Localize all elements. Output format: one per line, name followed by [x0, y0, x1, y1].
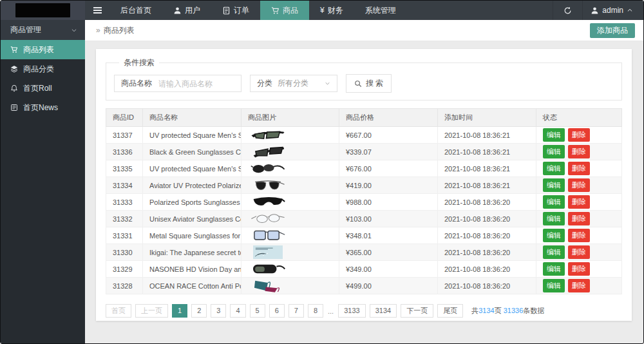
sidebar: 商品管理 商品列表商品分类首页Roll首页News — [1, 20, 85, 343]
nav-item-label: 后台首页 — [120, 5, 151, 16]
pagination-page-3133[interactable]: 3133 — [338, 304, 365, 318]
product-actions: 编辑删除 — [536, 194, 622, 211]
delete-button[interactable]: 删除 — [568, 145, 590, 158]
product-actions: 编辑删除 — [536, 261, 622, 278]
chevron-down-icon — [71, 27, 77, 33]
edit-button[interactable]: 编辑 — [543, 262, 565, 276]
nav-item-label: 系统管理 — [365, 5, 396, 16]
pagination-page-8[interactable]: 8 — [308, 304, 323, 318]
logo — [15, 3, 70, 17]
nav-item-orders[interactable]: 订单 — [211, 1, 260, 20]
pagination-page-7[interactable]: 7 — [289, 304, 304, 318]
nav-item-goods[interactable]: 商品 — [260, 1, 309, 20]
product-added-time: 2021-10-08 18:36:21 — [438, 144, 536, 160]
refresh-button[interactable] — [553, 1, 583, 20]
edit-button[interactable]: 编辑 — [543, 279, 565, 292]
sidebar-item-goods-list[interactable]: 商品列表 — [1, 40, 85, 59]
summary-total-pages[interactable]: 3134 — [478, 307, 494, 314]
nav-item-system[interactable]: 系统管理 — [354, 1, 407, 20]
delete-button[interactable]: 删除 — [568, 245, 590, 259]
category-label: 分类 — [257, 78, 272, 89]
sidebar-item-goods-category[interactable]: 商品分类 — [1, 59, 85, 79]
product-name: UV protected Square Men's Sungla... — [143, 160, 242, 177]
summary-count-suffix: 条数据 — [523, 307, 544, 314]
add-product-button[interactable]: 添加商品 — [590, 23, 635, 38]
product-price: ¥667.00 — [339, 127, 438, 144]
delete-button[interactable]: 删除 — [568, 262, 590, 276]
pagination-first[interactable]: 首页 — [106, 304, 131, 318]
table-row: 31328OCEAN RACE Cotton Anti Pollution...… — [106, 278, 622, 294]
delete-button[interactable]: 删除 — [568, 128, 590, 142]
pagination-prev[interactable]: 上一页 — [135, 304, 168, 318]
pagination-page-3134[interactable]: 3134 — [370, 304, 397, 318]
product-image-cell — [242, 144, 339, 160]
product-name: Ikigai: The Japanese secret to a lon... — [143, 244, 242, 261]
table-row: 31336Black & Green Sunglasses Combo ...¥… — [106, 144, 622, 160]
edit-button[interactable]: 编辑 — [543, 229, 565, 242]
nav-item-users[interactable]: 用户 — [162, 1, 211, 20]
search-row: 商品名称 分类 所有分类 搜 索 — [114, 74, 614, 93]
product-image-cell — [242, 227, 339, 244]
summary-total-count[interactable]: 31336 — [504, 307, 524, 314]
table-header-row: 商品ID商品名称商品图片商品价格添加时间状态 — [106, 109, 622, 127]
search-button[interactable]: 搜 索 — [346, 74, 392, 93]
sidebar-item-label: 商品分类 — [23, 64, 54, 75]
product-table-body: 31337UV protected Square Men's Sungla...… — [106, 127, 622, 294]
edit-button[interactable]: 编辑 — [543, 145, 565, 158]
product-added-time: 2021-10-08 18:36:20 — [438, 278, 536, 294]
product-id: 31335 — [106, 160, 143, 177]
sidebar-item-home-news[interactable]: 首页News — [1, 98, 85, 117]
product-added-time: 2021-10-08 18:36:20 — [438, 261, 536, 278]
pagination-page-5[interactable]: 5 — [250, 304, 265, 318]
sunglasses-folded-icon — [248, 144, 288, 159]
edit-button[interactable]: 编辑 — [543, 245, 565, 259]
product-id: 31328 — [106, 278, 143, 294]
product-actions: 编辑删除 — [536, 278, 622, 294]
edit-button[interactable]: 编辑 — [543, 128, 565, 142]
pagination: 首页上一页12345678...31333134下一页尾页 共3134页 313… — [106, 304, 622, 318]
pagination-next[interactable]: 下一页 — [401, 304, 433, 318]
sidebar-item-label: 首页News — [23, 102, 58, 113]
nav-item-home[interactable]: 后台首页 — [109, 1, 162, 20]
menu-toggle-icon[interactable] — [85, 1, 109, 20]
pagination-page-2[interactable]: 2 — [191, 304, 207, 318]
pagination-page-3[interactable]: 3 — [211, 304, 226, 318]
delete-button[interactable]: 删除 — [568, 178, 590, 192]
product-image-cell — [242, 160, 339, 177]
nav-item-label: 用户 — [185, 5, 200, 16]
delete-button[interactable]: 删除 — [568, 279, 590, 292]
top-navbar: 后台首页用户订单商品¥财务系统管理 admin — [1, 1, 643, 20]
edit-button[interactable]: 编辑 — [543, 212, 565, 225]
product-id: 31337 — [106, 127, 143, 144]
product-id: 31334 — [106, 177, 143, 194]
sidebar-menu: 商品列表商品分类首页Roll首页News — [1, 40, 85, 117]
sidebar-group-goods[interactable]: 商品管理 — [1, 20, 85, 40]
sidebar-item-home-roll[interactable]: 首页Roll — [1, 79, 85, 98]
user-icon — [173, 6, 182, 15]
delete-button[interactable]: 删除 — [568, 195, 590, 209]
cart-icon — [10, 46, 18, 53]
sunglasses-square-blue-icon — [248, 228, 288, 243]
delete-button[interactable]: 删除 — [568, 212, 590, 225]
product-name: NASONEB HD Vision Day and Night... — [143, 261, 242, 278]
product-price: ¥365.00 — [339, 244, 438, 261]
edit-button[interactable]: 编辑 — [543, 195, 565, 209]
edit-button[interactable]: 编辑 — [543, 178, 565, 192]
nav-item-finance[interactable]: ¥财务 — [309, 1, 354, 20]
category-select[interactable]: 分类 所有分类 — [250, 75, 337, 92]
pagination-page-1[interactable]: 1 — [172, 304, 187, 318]
product-actions: 编辑删除 — [536, 227, 622, 244]
pagination-last[interactable]: 尾页 — [437, 304, 463, 318]
page-title: 商品列表 — [104, 25, 135, 36]
pagination-page-6[interactable]: 6 — [269, 304, 285, 318]
table-row: 31333Polarized Sports Sunglasses Mirror … — [106, 194, 622, 211]
edit-button[interactable]: 编辑 — [543, 162, 565, 175]
delete-button[interactable]: 删除 — [568, 229, 590, 242]
product-name: UV protected Square Men's Sungla... — [143, 127, 242, 144]
product-name-input[interactable] — [158, 79, 234, 88]
product-added-time: 2021-10-08 18:36:20 — [438, 211, 536, 227]
admin-menu[interactable]: admin — [583, 1, 643, 20]
pagination-page-4[interactable]: 4 — [230, 304, 245, 318]
content-card: 条件搜索 商品名称 分类 所有分类 搜 索 商品ID商品名称商品图片商品价格添加… — [96, 49, 632, 321]
delete-button[interactable]: 删除 — [568, 162, 590, 175]
